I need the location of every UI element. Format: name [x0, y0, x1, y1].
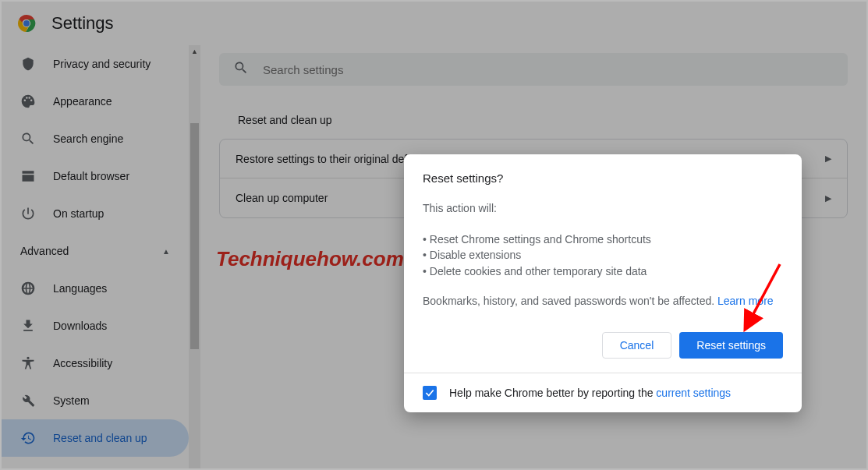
search-icon [233, 60, 263, 79]
sidebar-section-advanced[interactable]: Advanced ▲ [2, 232, 189, 270]
sidebar-item-system[interactable]: System [2, 382, 189, 419]
sidebar-item-on-startup[interactable]: On startup [2, 195, 189, 232]
row-label: Restore settings to their original defau… [236, 153, 430, 165]
sidebar-item-default-browser[interactable]: Default browser [2, 157, 189, 195]
globe-icon [20, 281, 36, 296]
sidebar-item-privacy-security[interactable]: Privacy and security [2, 45, 189, 83]
chevron-up-icon: ▲ [162, 247, 170, 256]
watermark-text: Techniquehow.com [216, 247, 404, 271]
dialog-footer-text: Help make Chrome better by reporting the… [449, 387, 731, 399]
wrench-icon [20, 393, 36, 408]
sidebar-item-appearance[interactable]: Appearance [2, 83, 189, 120]
download-icon [20, 318, 36, 334]
row-label: Clean up computer [236, 192, 328, 204]
sidebar-scrollbar[interactable]: ▲ [189, 45, 200, 468]
dialog-bullet: • Disable extensions [423, 247, 783, 263]
reset-settings-button[interactable]: Reset settings [679, 332, 783, 359]
sidebar-item-label: Accessibility [53, 357, 112, 369]
dialog-title: Reset settings? [423, 171, 783, 185]
sidebar-item-label: Privacy and security [53, 58, 151, 70]
sidebar-section-label: Advanced [20, 245, 69, 257]
sidebar-item-accessibility[interactable]: Accessibility [2, 345, 189, 382]
reset-settings-dialog: Reset settings? This action will: • Rese… [404, 154, 802, 412]
page-title: Settings [51, 13, 114, 34]
sidebar-item-downloads[interactable]: Downloads [2, 307, 189, 345]
chevron-right-icon: ▶ [825, 154, 831, 164]
sidebar-item-label: Appearance [53, 95, 112, 108]
sidebar-item-label: Reset and clean up [53, 432, 147, 444]
scrollbar-thumb[interactable] [190, 123, 199, 349]
palette-icon [20, 94, 36, 109]
search-settings-box[interactable] [219, 53, 848, 86]
dialog-footnote: Bookmarks, history, and saved passwords … [423, 295, 783, 307]
settings-sidebar: Privacy and security Appearance Search e… [2, 45, 200, 468]
sidebar-item-label: On startup [53, 207, 104, 220]
power-icon [20, 206, 36, 221]
sidebar-item-label: Downloads [53, 320, 107, 332]
sidebar-item-reset-cleanup[interactable]: Reset and clean up [2, 419, 189, 457]
settings-header: Settings [2, 2, 866, 45]
report-settings-checkbox[interactable] [423, 386, 437, 400]
restore-icon [20, 430, 36, 446]
sidebar-item-label: Default browser [53, 170, 129, 182]
shield-icon [20, 56, 36, 72]
sidebar-item-label: Search engine [53, 133, 123, 145]
svg-point-2 [23, 20, 30, 27]
check-icon [424, 387, 435, 398]
sidebar-item-label: Languages [53, 282, 107, 295]
dialog-bullets: • Reset Chrome settings and Chrome short… [423, 231, 783, 279]
chevron-right-icon: ▶ [825, 193, 831, 203]
sidebar-item-languages[interactable]: Languages [2, 270, 189, 307]
browser-icon [20, 168, 36, 184]
dialog-bullet: • Reset Chrome settings and Chrome short… [423, 231, 783, 247]
search-input[interactable] [263, 63, 834, 76]
sidebar-item-search-engine[interactable]: Search engine [2, 120, 189, 157]
section-title: Reset and clean up [219, 104, 848, 139]
chrome-logo-icon [17, 14, 36, 33]
learn-more-link[interactable]: Learn more [717, 295, 774, 307]
current-settings-link[interactable]: current settings [656, 387, 731, 399]
sidebar-item-label: System [53, 394, 90, 407]
search-icon [20, 131, 36, 147]
cancel-button[interactable]: Cancel [602, 332, 672, 359]
accessibility-icon [20, 355, 36, 371]
scroll-up-icon[interactable]: ▲ [189, 45, 200, 57]
dialog-subtitle: This action will: [423, 202, 783, 214]
dialog-bullet: • Delete cookies and other temporary sit… [423, 263, 783, 279]
